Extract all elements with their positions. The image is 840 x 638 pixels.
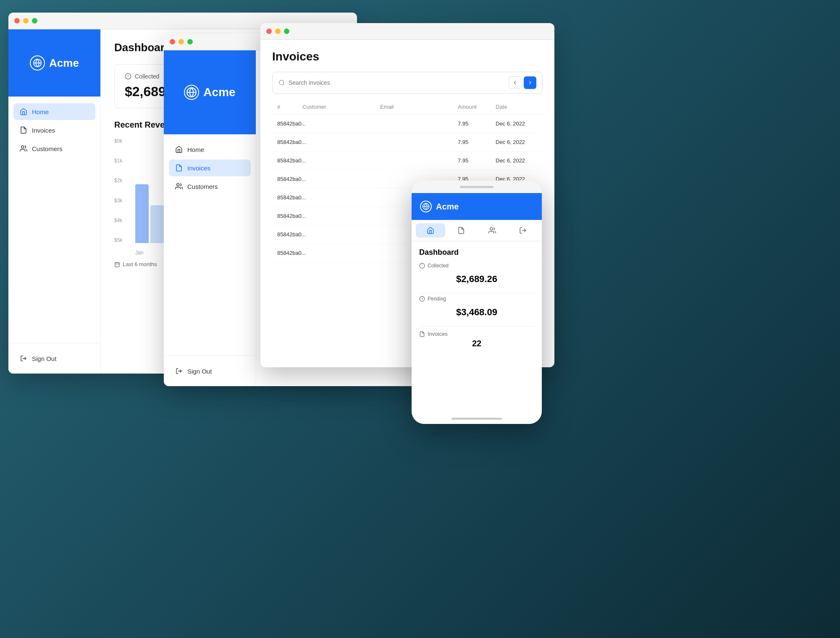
col-header-date: Date <box>496 104 538 110</box>
close-button-2[interactable] <box>170 39 175 44</box>
sidebar-item-invoices[interactable]: Invoices <box>13 122 95 139</box>
mobile-notch <box>412 180 542 193</box>
row-id: 85842ba0... <box>277 231 302 238</box>
row-id: 85842ba0... <box>277 157 302 164</box>
titlebar-invoices <box>260 23 554 40</box>
search-actions <box>509 76 536 89</box>
mobile-nav-invoices[interactable] <box>447 223 476 238</box>
invoices-table-header: # Customer Email Amount Date <box>272 104 543 115</box>
table-row[interactable]: 85842ba0...7.95Dec 6, 2022 <box>272 152 543 170</box>
mobile-home-indicator <box>452 418 502 420</box>
sidebar-item-invoices-label: Invoices <box>32 127 55 134</box>
svg-point-2 <box>21 146 24 148</box>
tablet-nav-customers[interactable]: Customers <box>169 178 251 195</box>
table-row[interactable]: 85842ba0...7.95Dec 6, 2022 <box>272 133 543 152</box>
home-icon <box>19 107 28 116</box>
maximize-button-2[interactable] <box>187 39 193 44</box>
mobile-page-title: Dashboard <box>419 248 534 257</box>
mobile-stat-collected: Collected $2,689.26 <box>419 263 534 288</box>
mobile-nav-customers[interactable] <box>478 223 507 238</box>
svg-rect-6 <box>115 262 120 267</box>
svg-point-12 <box>177 183 179 186</box>
row-date: Dec 6, 2022 <box>496 120 538 127</box>
row-amount: 7.95 <box>458 139 496 145</box>
tablet-nav-home[interactable]: Home <box>169 141 251 158</box>
mobile-pending-label: Pending <box>419 296 534 302</box>
mobile-nav-signout[interactable] <box>509 223 538 238</box>
row-amount: 7.95 <box>458 157 496 164</box>
mobile-main-content: Dashboard Collected $2,689.26 Pending $3… <box>412 241 542 357</box>
tablet-nav: Home Invoices <box>164 134 256 201</box>
customers-icon <box>19 144 28 153</box>
sidebar-item-home[interactable]: Home <box>13 103 95 120</box>
col-header-customer: Customer <box>302 104 380 110</box>
globe-icon <box>30 55 45 71</box>
tablet-sidebar-footer: Sign Out <box>164 356 256 386</box>
bar-jan-dark <box>135 184 149 243</box>
sidebar-desktop: Acme Home <box>8 29 101 374</box>
sidebar-item-customers-label: Customers <box>32 145 63 152</box>
bar-jan-light <box>150 205 164 243</box>
customers-icon-tablet <box>175 182 183 191</box>
mobile-pending-value: $3,468.09 <box>419 303 534 321</box>
row-id: 85842ba0... <box>277 250 302 256</box>
signout-icon-tablet <box>175 367 183 375</box>
minimize-button-3[interactable] <box>275 29 281 34</box>
maximize-button-3[interactable] <box>284 29 289 34</box>
close-button[interactable] <box>14 18 20 24</box>
notch-bar <box>460 186 494 188</box>
sidebar-tablet: Acme Home <box>164 50 256 386</box>
tablet-nav-invoices[interactable]: Invoices <box>169 160 251 176</box>
search-invoices-input[interactable] <box>289 79 505 86</box>
sidebar-logo: Acme <box>8 29 100 97</box>
invoices-page-title: Invoices <box>272 50 543 63</box>
search-bar-container[interactable] <box>272 72 543 94</box>
invoices-icon-tablet <box>175 164 183 172</box>
sidebar-item-customers[interactable]: Customers <box>13 140 95 157</box>
table-row[interactable]: 85842ba0...7.95Dec 6, 2022 <box>272 115 543 133</box>
svg-point-18 <box>490 227 493 230</box>
tablet-logo-text: Acme <box>203 86 235 99</box>
row-id: 85842ba0... <box>277 213 302 219</box>
home-icon-tablet <box>175 145 183 154</box>
tablet-signout-button[interactable]: Sign Out <box>169 363 251 379</box>
mobile-logo-text: Acme <box>436 202 459 212</box>
row-id: 85842ba0... <box>277 176 302 182</box>
signout-button[interactable]: Sign Out <box>13 350 95 367</box>
filter-prev-button[interactable] <box>509 76 521 89</box>
mobile-stat-pending: Pending $3,468.09 <box>419 296 534 321</box>
row-id: 85842ba0... <box>277 194 302 201</box>
svg-point-14 <box>279 80 284 85</box>
tablet-sidebar-logo: Acme <box>164 50 256 134</box>
col-header-email: Email <box>380 104 458 110</box>
mobile-collected-label: Collected <box>419 263 534 269</box>
divider <box>419 293 534 293</box>
chart-y-axis: $5k$4k$3k$2k$1k$0k <box>114 138 131 243</box>
bar-group-jan <box>135 184 164 243</box>
window-mobile: Acme <box>412 180 542 424</box>
mobile-invoices-section: Invoices <box>419 331 534 337</box>
sidebar-nav: Home Invoices <box>8 97 100 343</box>
row-date: Dec 6, 2022 <box>496 157 538 164</box>
row-id: 85842ba0... <box>277 139 302 145</box>
globe-icon-tablet <box>184 85 199 100</box>
signout-icon <box>19 354 28 363</box>
mobile-header: Acme <box>412 193 542 220</box>
globe-icon-mobile <box>420 201 432 212</box>
col-header-amount: Amount <box>458 104 496 110</box>
sidebar-item-home-label: Home <box>32 108 49 115</box>
minimize-button-2[interactable] <box>178 39 184 44</box>
divider-2 <box>419 326 534 327</box>
sidebar-footer: Sign Out <box>8 343 100 374</box>
mobile-nav-bar <box>412 220 542 241</box>
signout-label: Sign Out <box>32 355 56 362</box>
filter-next-button[interactable] <box>524 76 536 89</box>
maximize-button[interactable] <box>32 18 37 24</box>
sidebar-logo-text: Acme <box>49 57 79 70</box>
minimize-button[interactable] <box>23 18 29 24</box>
mobile-collected-value: $2,689.26 <box>419 270 534 288</box>
search-icon <box>278 79 285 86</box>
invoices-icon <box>19 126 28 134</box>
close-button-3[interactable] <box>266 29 272 34</box>
mobile-nav-home[interactable] <box>416 223 445 238</box>
